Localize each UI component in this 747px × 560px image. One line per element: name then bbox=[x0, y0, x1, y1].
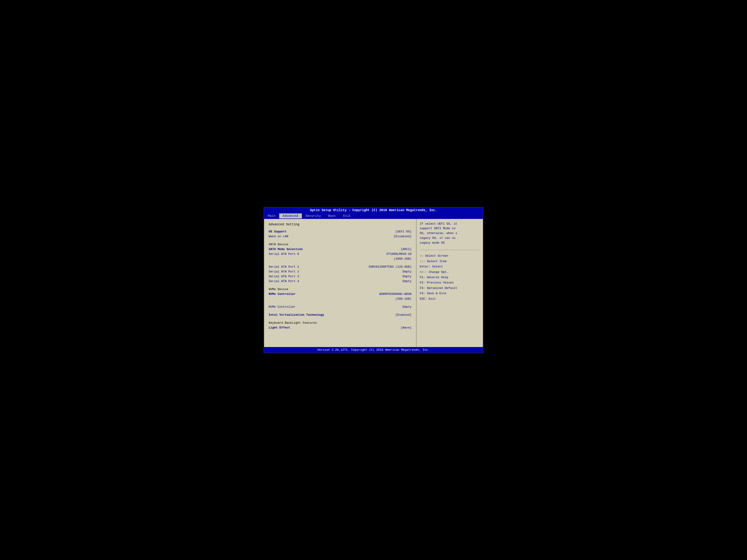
section-header: Advanced Setting bbox=[269, 222, 411, 226]
side-divider bbox=[420, 250, 480, 250]
value-sata-port3: Empty bbox=[403, 275, 411, 278]
key-f2: F2: Previous Values bbox=[420, 280, 480, 285]
value-sata-port4: Empty bbox=[403, 279, 411, 283]
key-esc: ESC: Exit bbox=[420, 296, 480, 301]
label-wake-lan: Wake on LAN bbox=[269, 235, 288, 238]
label-os-support: OS Support bbox=[269, 230, 286, 233]
label-nvme-ctrl1: NVMe Controller bbox=[269, 292, 295, 296]
value-nvme-ctrl2: Empty bbox=[403, 305, 411, 309]
spacer-5 bbox=[269, 310, 411, 313]
help-line-3: OS, otherwise, when s bbox=[420, 231, 480, 236]
menu-bar: Main Advanced Security Boot Exit bbox=[264, 213, 483, 219]
key-f4: F4: Save & Exit bbox=[420, 291, 480, 296]
key-help: ↔: Select Screen ↑↓: Select Item Enter: … bbox=[420, 253, 480, 301]
value-nvme-ctrl1: WDBRPG5000ANC-WRSN bbox=[380, 292, 411, 296]
menu-item-main[interactable]: Main bbox=[264, 213, 279, 218]
key-f3: F3: Optimized Default bbox=[420, 286, 480, 291]
sata-device-header: SATA Device bbox=[269, 243, 411, 246]
setting-row-sata-port3[interactable]: Serial ATA Port 3 Empty bbox=[269, 275, 411, 278]
main-panel: Advanced Setting OS Support [UEFI OS] Wa… bbox=[264, 219, 416, 347]
menu-item-advanced[interactable]: Advanced bbox=[279, 213, 302, 218]
key-select-item: ↑↓: Select Item bbox=[420, 259, 480, 264]
setting-row-nvme-ctrl1[interactable]: NVMe Controller WDBRPG5000ANC-WRSN bbox=[269, 292, 411, 296]
key-enter: Enter: Select bbox=[420, 264, 480, 269]
value-sata-port0-size: (1000.2GB) bbox=[394, 257, 411, 261]
setting-row-nvme-ctrl1-size: (500.1GB) bbox=[269, 297, 411, 300]
help-line-4: Legacy OS, it can su bbox=[420, 236, 480, 241]
value-wake-lan: [Disabled] bbox=[394, 235, 411, 238]
spacer-1 bbox=[269, 240, 411, 243]
setting-row-sata-port0-size: (1000.2GB) bbox=[269, 257, 411, 261]
setting-row-sata-port4[interactable]: Serial ATA Port 4 Empty bbox=[269, 279, 411, 283]
key-f1: F1: General Help bbox=[420, 275, 480, 280]
setting-row-light-effect[interactable]: Light Effect [Wave] bbox=[269, 326, 411, 329]
side-panel: If select UEFI OS, it support UEFI Mode … bbox=[416, 219, 483, 347]
menu-item-exit[interactable]: Exit bbox=[340, 213, 355, 218]
menu-item-security[interactable]: Security bbox=[302, 213, 325, 218]
setting-row-nvme-ctrl2[interactable]: NVMe Controller Empty bbox=[269, 305, 411, 309]
footer-bar: Version 2.20.1271. Copyright (C) 2018 Am… bbox=[264, 347, 483, 353]
setting-row-intel-virt[interactable]: Intel Virtualization Technology [Enabled… bbox=[269, 313, 411, 317]
setting-row-sata-port0[interactable]: Serial ATA Port 0 ST1000LM049-2G bbox=[269, 252, 411, 256]
label-sata-port0: Serial ATA Port 0 bbox=[269, 252, 299, 256]
keyboard-backlight-header: Keyboard BackLight Features bbox=[269, 321, 411, 325]
value-light-effect: [Wave] bbox=[401, 326, 411, 329]
help-line-5: Legacy mode OS bbox=[420, 241, 480, 245]
footer-text: Version 2.20.1271. Copyright (C) 2018 Am… bbox=[317, 348, 430, 352]
value-sata-mode: [AHCI] bbox=[401, 247, 411, 251]
label-nvme-ctrl2: NVMe Controller bbox=[269, 305, 295, 309]
setting-row-sata-mode[interactable]: SATA Mode Selection [AHCI] bbox=[269, 247, 411, 251]
label-light-effect: Light Effect bbox=[269, 326, 290, 329]
spacer-4 bbox=[269, 302, 411, 305]
help-line-1: If select UEFI OS, it bbox=[420, 222, 480, 226]
value-os-support: [UEFI OS] bbox=[395, 230, 411, 233]
value-nvme-ctrl1-size: (500.1GB) bbox=[395, 297, 411, 300]
key-change-opt: +/-: Change Opt. bbox=[420, 269, 480, 275]
value-intel-virt: [Enabled] bbox=[395, 313, 411, 317]
value-sata-port2: Empty bbox=[403, 270, 411, 273]
help-text: If select UEFI OS, it support UEFI Mode … bbox=[420, 222, 480, 245]
title-bar: Aptio Setup Utility - Copyright (C) 2018… bbox=[264, 208, 483, 213]
spacer-2 bbox=[269, 262, 411, 265]
title-text: Aptio Setup Utility - Copyright (C) 2018… bbox=[310, 208, 437, 212]
bios-screen: Aptio Setup Utility - Copyright (C) 2018… bbox=[264, 207, 483, 353]
setting-row-sata-port1[interactable]: Serial ATA Port 1 SSM28128GPTCB3 (128.0G… bbox=[269, 265, 411, 269]
label-sata-mode: SATA Mode Selection bbox=[269, 247, 303, 251]
setting-row-sata-port2[interactable]: Serial ATA Port 2 Empty bbox=[269, 270, 411, 273]
nvme-device-header: NVMe Device bbox=[269, 288, 411, 291]
content-area: Advanced Setting OS Support [UEFI OS] Wa… bbox=[264, 219, 483, 347]
help-line-2: support UEFI Mode co bbox=[420, 226, 480, 231]
label-sata-port2: Serial ATA Port 2 bbox=[269, 270, 299, 273]
label-sata-port4: Serial ATA Port 4 bbox=[269, 279, 299, 283]
key-select-screen: ↔: Select Screen bbox=[420, 253, 480, 259]
menu-item-boot[interactable]: Boot bbox=[325, 213, 340, 218]
spacer-3 bbox=[269, 284, 411, 288]
setting-row-wake-lan[interactable]: Wake on LAN [Disabled] bbox=[269, 235, 411, 238]
label-intel-virt: Intel Virtualization Technology bbox=[269, 313, 324, 317]
spacer-6 bbox=[269, 318, 411, 321]
value-sata-port0: ST1000LM049-2G bbox=[387, 252, 411, 256]
label-sata-port3: Serial ATA Port 3 bbox=[269, 275, 299, 278]
value-sata-port1: SSM28128GPTCB3 (128.0GB) bbox=[369, 265, 411, 269]
label-sata-port1: Serial ATA Port 1 bbox=[269, 265, 299, 269]
setting-row-os-support[interactable]: OS Support [UEFI OS] bbox=[269, 230, 411, 233]
